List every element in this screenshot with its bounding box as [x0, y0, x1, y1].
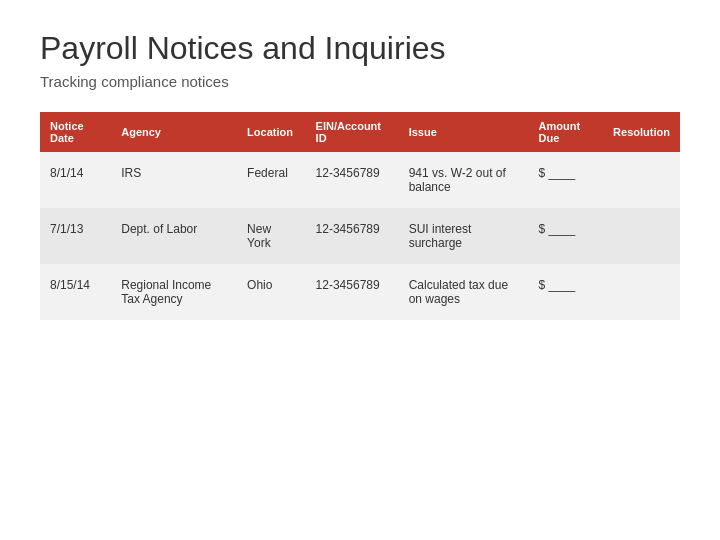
- page-title: Payroll Notices and Inquiries: [40, 30, 680, 67]
- page-subtitle: Tracking compliance notices: [40, 73, 680, 90]
- cell-issue: Calculated tax due on wages: [399, 264, 529, 320]
- cell-agency: IRS: [111, 152, 237, 208]
- cell-location: Federal: [237, 152, 305, 208]
- cell-agency: Dept. of Labor: [111, 208, 237, 264]
- cell-notice_date: 8/1/14: [40, 152, 111, 208]
- cell-amount_due: $ ____: [529, 208, 604, 264]
- cell-issue: 941 vs. W-2 out of balance: [399, 152, 529, 208]
- cell-amount_due: $ ____: [529, 264, 604, 320]
- cell-agency: Regional Income Tax Agency: [111, 264, 237, 320]
- cell-ein_account_id: 12-3456789: [306, 208, 399, 264]
- col-header-amount-due: Amount Due: [529, 112, 604, 152]
- col-header-agency: Agency: [111, 112, 237, 152]
- notices-table: Notice Date Agency Location EIN/Account …: [40, 112, 680, 320]
- col-header-notice-date: Notice Date: [40, 112, 111, 152]
- cell-location: New York: [237, 208, 305, 264]
- cell-ein_account_id: 12-3456789: [306, 264, 399, 320]
- table-header-row: Notice Date Agency Location EIN/Account …: [40, 112, 680, 152]
- cell-location: Ohio: [237, 264, 305, 320]
- cell-notice_date: 8/15/14: [40, 264, 111, 320]
- cell-ein_account_id: 12-3456789: [306, 152, 399, 208]
- cell-resolution: [603, 208, 680, 264]
- cell-notice_date: 7/1/13: [40, 208, 111, 264]
- col-header-issue: Issue: [399, 112, 529, 152]
- cell-amount_due: $ ____: [529, 152, 604, 208]
- col-header-resolution: Resolution: [603, 112, 680, 152]
- col-header-ein: EIN/Account ID: [306, 112, 399, 152]
- table-row: 7/1/13Dept. of LaborNew York12-3456789SU…: [40, 208, 680, 264]
- page-container: Payroll Notices and Inquiries Tracking c…: [0, 0, 720, 540]
- table-row: 8/15/14Regional Income Tax AgencyOhio12-…: [40, 264, 680, 320]
- table-row: 8/1/14IRSFederal12-3456789941 vs. W-2 ou…: [40, 152, 680, 208]
- cell-issue: SUI interest surcharge: [399, 208, 529, 264]
- cell-resolution: [603, 152, 680, 208]
- col-header-location: Location: [237, 112, 305, 152]
- cell-resolution: [603, 264, 680, 320]
